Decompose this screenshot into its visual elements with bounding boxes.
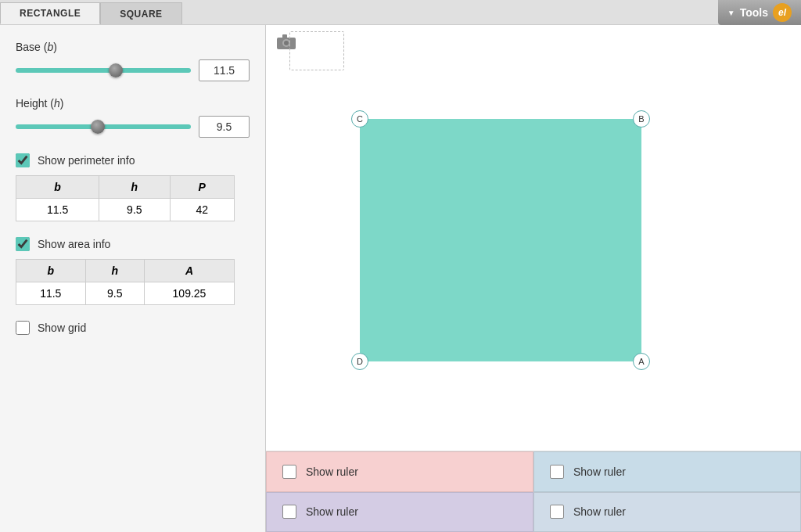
base-slider-track bbox=[16, 68, 191, 73]
svg-rect-3 bbox=[282, 34, 287, 38]
area-checkbox-row: Show area info bbox=[16, 237, 250, 251]
ruler-checkbox-top-right[interactable] bbox=[550, 465, 564, 479]
base-label: Base (b) bbox=[16, 41, 250, 53]
base-control-group: Base (b) 11.5 bbox=[16, 41, 250, 81]
area-table: b h A 11.5 9.5 109.25 bbox=[16, 259, 235, 305]
base-slider-thumb[interactable] bbox=[109, 63, 123, 77]
main-layout: Base (b) 11.5 Height (h) bbox=[0, 25, 801, 532]
corner-label-a: A bbox=[633, 353, 650, 370]
svg-point-2 bbox=[284, 41, 289, 45]
base-slider-row: 11.5 bbox=[16, 59, 250, 81]
tools-icon: el bbox=[773, 3, 792, 22]
height-label: Height (h) bbox=[16, 97, 250, 110]
perimeter-col-h: h bbox=[99, 176, 170, 199]
height-slider-container[interactable] bbox=[16, 119, 191, 135]
height-value-input[interactable]: 9.5 bbox=[199, 116, 250, 138]
height-slider-track bbox=[16, 124, 191, 129]
perimeter-b-val: 11.5 bbox=[16, 199, 99, 221]
height-slider-row: 9.5 bbox=[16, 116, 250, 138]
area-label: Show area info bbox=[38, 238, 110, 250]
height-slider-thumb[interactable] bbox=[91, 120, 105, 134]
area-h-val: 9.5 bbox=[85, 282, 144, 305]
area-b-val: 11.5 bbox=[16, 282, 86, 305]
perimeter-label: Show perimeter info bbox=[38, 154, 135, 167]
ruler-button-top-left[interactable]: Show ruler bbox=[266, 451, 533, 492]
area-col-b: b bbox=[16, 260, 86, 282]
perimeter-row: 11.5 9.5 42 bbox=[16, 199, 235, 221]
right-panel: C B D A Show ruler Show ruler Show ruler bbox=[266, 25, 801, 532]
ruler-button-bottom-right[interactable]: Show ruler bbox=[533, 492, 801, 533]
ruler-checkbox-top-left[interactable] bbox=[282, 465, 296, 479]
perimeter-section: Show perimeter info b h P 11.5 9.5 42 bbox=[16, 153, 250, 221]
perimeter-checkbox[interactable] bbox=[16, 153, 30, 167]
area-row: 11.5 9.5 109.25 bbox=[16, 282, 235, 305]
perimeter-table: b h P 11.5 9.5 42 bbox=[16, 175, 235, 221]
canvas-area: C B D A bbox=[266, 25, 801, 451]
tab-rectangle[interactable]: RECTANGLE bbox=[0, 2, 100, 24]
ruler-button-bottom-left[interactable]: Show ruler bbox=[266, 492, 533, 533]
corner-label-b: B bbox=[633, 110, 650, 128]
tab-square[interactable]: SQUARE bbox=[100, 2, 181, 24]
corner-label-d: D bbox=[351, 353, 368, 370]
area-section: Show area info b h A 11.5 9.5 109.25 bbox=[16, 237, 250, 305]
perimeter-checkbox-row: Show perimeter info bbox=[16, 153, 250, 167]
area-col-h: h bbox=[85, 260, 144, 282]
left-panel: Base (b) 11.5 Height (h) bbox=[0, 25, 266, 532]
base-slider-container[interactable] bbox=[16, 63, 191, 78]
dashed-indicator bbox=[289, 31, 344, 70]
grid-checkbox-row: Show grid bbox=[16, 321, 250, 335]
ruler-buttons-grid: Show ruler Show ruler Show ruler Show ru… bbox=[266, 451, 801, 532]
area-col-a: A bbox=[144, 260, 234, 282]
tab-bar: RECTANGLE SQUARE ▼ Tools el bbox=[0, 0, 801, 25]
perimeter-p-val: 42 bbox=[170, 199, 234, 221]
area-a-val: 109.25 bbox=[144, 282, 234, 305]
area-checkbox[interactable] bbox=[16, 237, 30, 251]
perimeter-col-p: P bbox=[170, 176, 234, 199]
perimeter-h-val: 9.5 bbox=[99, 199, 170, 221]
tools-button[interactable]: ▼ Tools el bbox=[718, 0, 801, 25]
height-control-group: Height (h) 9.5 bbox=[16, 97, 250, 138]
perimeter-col-b: b bbox=[16, 176, 99, 199]
base-value-input[interactable]: 11.5 bbox=[199, 59, 250, 81]
rectangle-shape[interactable]: C B D A bbox=[360, 119, 641, 361]
grid-checkbox[interactable] bbox=[16, 321, 30, 335]
ruler-checkbox-bottom-right[interactable] bbox=[550, 505, 564, 519]
ruler-button-top-right[interactable]: Show ruler bbox=[533, 451, 801, 492]
corner-label-c: C bbox=[351, 110, 368, 128]
grid-label: Show grid bbox=[38, 322, 86, 334]
ruler-checkbox-bottom-left[interactable] bbox=[282, 505, 296, 519]
